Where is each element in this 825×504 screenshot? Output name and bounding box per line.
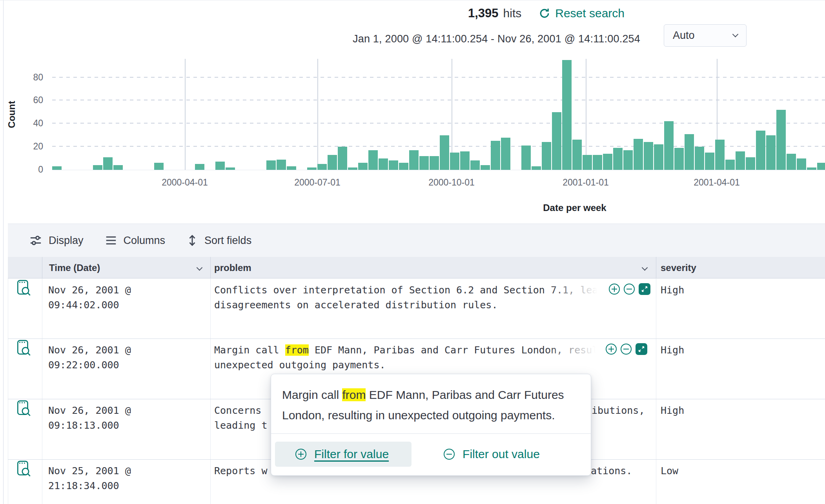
- histogram-bar[interactable]: [287, 166, 296, 170]
- histogram-bar[interactable]: [572, 140, 582, 170]
- expand-document-icon[interactable]: [16, 460, 31, 477]
- filter-out-value-label: Filter out value: [463, 448, 540, 461]
- histogram-bar[interactable]: [266, 160, 276, 170]
- histogram-bar[interactable]: [358, 163, 368, 170]
- histogram-bar[interactable]: [328, 155, 337, 170]
- header-problem[interactable]: problem: [214, 262, 251, 273]
- histogram-bar[interactable]: [399, 163, 408, 170]
- histogram-bar[interactable]: [470, 160, 480, 170]
- time-sort-chevron-icon[interactable]: [197, 265, 203, 271]
- columns-button[interactable]: Columns: [106, 235, 166, 247]
- histogram-bar[interactable]: [368, 150, 378, 170]
- histogram-bar[interactable]: [419, 156, 429, 170]
- histogram-bar[interactable]: [338, 147, 347, 170]
- histogram-bar[interactable]: [776, 110, 786, 170]
- expand-document-icon[interactable]: [16, 339, 31, 357]
- histogram-bar[interactable]: [409, 150, 419, 170]
- histogram-bar[interactable]: [807, 167, 816, 170]
- histogram-bar[interactable]: [348, 167, 357, 170]
- histogram-bar[interactable]: [634, 139, 643, 170]
- histogram-bar[interactable]: [521, 146, 531, 170]
- interval-value: Auto: [673, 29, 695, 42]
- histogram-bars: [52, 59, 825, 170]
- histogram-bar[interactable]: [674, 148, 684, 170]
- histogram-bar[interactable]: [307, 167, 317, 170]
- histogram-bar[interactable]: [603, 154, 612, 170]
- filter-out-value-button[interactable]: Filter out value: [436, 442, 548, 467]
- problem-sort-chevron-icon[interactable]: [642, 265, 648, 271]
- histogram-bar[interactable]: [623, 150, 633, 170]
- histogram-bar[interactable]: [715, 140, 725, 170]
- highlight-from: from: [342, 388, 366, 401]
- filter-out-icon[interactable]: [624, 284, 635, 295]
- histogram-bar[interactable]: [501, 138, 510, 170]
- histogram-bar[interactable]: [725, 160, 735, 170]
- histogram-bar[interactable]: [450, 153, 459, 170]
- cell-time: Nov 26, 2001 @ 09:22:00.000: [48, 343, 204, 373]
- histogram-bar[interactable]: [542, 142, 551, 170]
- histogram-bar[interactable]: [154, 163, 164, 170]
- histogram-plot[interactable]: [52, 59, 825, 170]
- histogram-bar[interactable]: [552, 112, 561, 170]
- display-settings-icon: [30, 235, 42, 246]
- columns-label: Columns: [124, 235, 166, 247]
- histogram-bar[interactable]: [440, 135, 449, 170]
- header-time[interactable]: Time (Date): [49, 262, 100, 273]
- expand-cell-icon[interactable]: [636, 343, 647, 355]
- row-divider: [8, 338, 825, 339]
- histogram-bar[interactable]: [583, 155, 592, 170]
- histogram-bar[interactable]: [277, 160, 286, 170]
- histogram-bar[interactable]: [746, 157, 755, 170]
- histogram-bar[interactable]: [756, 131, 765, 170]
- popover-footer: Filter for value Filter out value: [271, 434, 591, 475]
- histogram-bar[interactable]: [695, 147, 704, 170]
- histogram-bar[interactable]: [226, 167, 235, 170]
- y-tick-label: 80: [33, 72, 43, 83]
- histogram-bar[interactable]: [664, 121, 674, 170]
- histogram-bar[interactable]: [593, 155, 602, 170]
- histogram-bar[interactable]: [460, 151, 470, 170]
- filter-for-icon[interactable]: [609, 284, 620, 295]
- histogram-bar[interactable]: [430, 156, 439, 170]
- histogram-bar[interactable]: [766, 135, 776, 170]
- filter-out-icon[interactable]: [621, 344, 632, 355]
- histogram-bar[interactable]: [103, 157, 113, 170]
- sort-fields-label: Sort fields: [204, 235, 251, 247]
- histogram-bar[interactable]: [797, 158, 806, 170]
- histogram-bar[interactable]: [481, 165, 490, 170]
- histogram-bar[interactable]: [93, 165, 102, 170]
- histogram-bar[interactable]: [317, 164, 327, 170]
- expand-cell-icon[interactable]: [639, 283, 650, 295]
- histogram-bar[interactable]: [654, 144, 663, 170]
- filter-for-value-button[interactable]: Filter for value: [275, 442, 412, 467]
- histogram-bar[interactable]: [644, 142, 653, 170]
- histogram-bar[interactable]: [787, 154, 796, 170]
- histogram-bar[interactable]: [736, 151, 745, 170]
- expand-document-icon[interactable]: [16, 400, 31, 417]
- histogram-bar[interactable]: [532, 166, 541, 170]
- x-tick-label: 2000-07-01: [294, 177, 341, 188]
- histogram-bar[interactable]: [52, 166, 62, 170]
- reset-search-link[interactable]: Reset search: [539, 7, 625, 20]
- popover-text: Margin call from EDF Mann, Paribas and C…: [271, 374, 591, 433]
- histogram-bar[interactable]: [817, 163, 825, 170]
- histogram-bar[interactable]: [705, 153, 714, 170]
- refresh-icon: [539, 7, 550, 19]
- histogram-bar[interactable]: [613, 148, 623, 170]
- cell-problem-fragment: Concerns: [214, 403, 261, 418]
- histogram-bar[interactable]: [562, 60, 572, 170]
- y-tick-label: 60: [33, 95, 43, 106]
- histogram-bar[interactable]: [379, 158, 388, 170]
- histogram-bar[interactable]: [195, 164, 204, 170]
- histogram-bar[interactable]: [491, 141, 500, 170]
- sort-fields-button[interactable]: Sort fields: [187, 235, 251, 247]
- histogram-bar[interactable]: [685, 134, 694, 170]
- expand-document-icon[interactable]: [16, 279, 31, 297]
- interval-select[interactable]: Auto: [664, 24, 747, 47]
- header-severity[interactable]: severity: [661, 262, 696, 273]
- display-button[interactable]: Display: [30, 235, 84, 247]
- histogram-bar[interactable]: [215, 162, 225, 170]
- histogram-bar[interactable]: [389, 160, 398, 170]
- histogram-bar[interactable]: [113, 165, 123, 170]
- filter-for-icon[interactable]: [606, 344, 617, 355]
